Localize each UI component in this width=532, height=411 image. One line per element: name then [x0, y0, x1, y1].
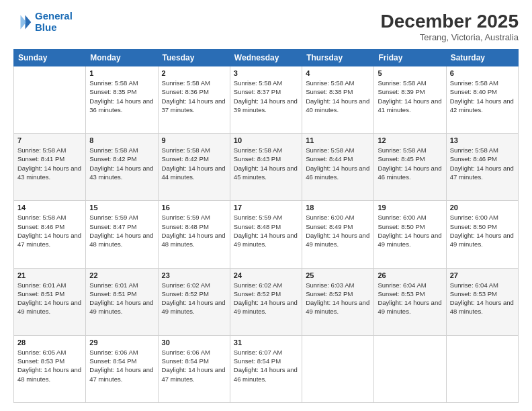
day-number: 10 [234, 136, 298, 144]
day-detail: Sunrise: 6:00 AM Sunset: 8:50 PM Dayligh… [378, 213, 442, 248]
table-row: 4Sunrise: 5:58 AM Sunset: 8:38 PM Daylig… [302, 66, 374, 134]
col-sunday: Sunday [14, 50, 86, 66]
day-number: 5 [378, 69, 442, 77]
day-detail: Sunrise: 6:01 AM Sunset: 8:51 PM Dayligh… [89, 281, 154, 316]
day-number: 7 [17, 136, 82, 144]
day-detail: Sunrise: 5:58 AM Sunset: 8:37 PM Dayligh… [234, 79, 298, 114]
logo: General Blue [13, 11, 73, 33]
col-friday: Friday [374, 50, 446, 66]
day-detail: Sunrise: 5:58 AM Sunset: 8:46 PM Dayligh… [450, 146, 515, 181]
table-row: 25Sunrise: 6:03 AM Sunset: 8:52 PM Dayli… [302, 268, 374, 335]
table-row: 22Sunrise: 6:01 AM Sunset: 8:51 PM Dayli… [86, 268, 158, 335]
calendar: Sunday Monday Tuesday Wednesday Thursday… [13, 49, 519, 403]
table-row: 2Sunrise: 5:58 AM Sunset: 8:36 PM Daylig… [158, 66, 230, 134]
day-number: 11 [306, 136, 370, 144]
day-detail: Sunrise: 5:58 AM Sunset: 8:42 PM Dayligh… [162, 146, 226, 181]
day-number: 17 [234, 203, 298, 212]
day-detail: Sunrise: 5:58 AM Sunset: 8:39 PM Dayligh… [378, 79, 442, 114]
logo-text: General Blue [35, 11, 73, 33]
table-row: 15Sunrise: 5:59 AM Sunset: 8:47 PM Dayli… [86, 201, 158, 268]
table-row: 10Sunrise: 5:58 AM Sunset: 8:43 PM Dayli… [230, 134, 302, 201]
header-row: Sunday Monday Tuesday Wednesday Thursday… [14, 50, 519, 66]
day-number: 3 [234, 69, 298, 77]
calendar-header: Sunday Monday Tuesday Wednesday Thursday… [14, 50, 519, 66]
table-row: 3Sunrise: 5:58 AM Sunset: 8:37 PM Daylig… [230, 66, 302, 134]
day-detail: Sunrise: 6:03 AM Sunset: 8:52 PM Dayligh… [306, 281, 370, 316]
calendar-week-row: 14Sunrise: 5:58 AM Sunset: 8:46 PM Dayli… [14, 201, 519, 268]
table-row: 31Sunrise: 6:07 AM Sunset: 8:54 PM Dayli… [230, 335, 302, 402]
table-row: 11Sunrise: 5:58 AM Sunset: 8:44 PM Dayli… [302, 134, 374, 201]
title-block: December 2025 Terang, Victoria, Australi… [381, 11, 519, 42]
calendar-week-row: 7Sunrise: 5:58 AM Sunset: 8:41 PM Daylig… [14, 134, 519, 201]
day-detail: Sunrise: 5:58 AM Sunset: 8:35 PM Dayligh… [89, 79, 154, 114]
day-number: 2 [162, 69, 226, 77]
col-tuesday: Tuesday [158, 50, 230, 66]
day-detail: Sunrise: 5:58 AM Sunset: 8:36 PM Dayligh… [162, 79, 226, 114]
day-number: 6 [450, 69, 515, 77]
header: General Blue December 2025 Terang, Victo… [13, 11, 519, 42]
day-detail: Sunrise: 6:06 AM Sunset: 8:54 PM Dayligh… [162, 348, 226, 383]
logo-icon [13, 13, 32, 32]
day-detail: Sunrise: 6:04 AM Sunset: 8:53 PM Dayligh… [378, 281, 442, 316]
day-detail: Sunrise: 5:58 AM Sunset: 8:46 PM Dayligh… [17, 213, 82, 248]
col-saturday: Saturday [446, 50, 518, 66]
day-number: 26 [378, 271, 442, 279]
day-detail: Sunrise: 5:58 AM Sunset: 8:43 PM Dayligh… [234, 146, 298, 181]
day-number: 23 [162, 271, 226, 279]
day-detail: Sunrise: 5:59 AM Sunset: 8:47 PM Dayligh… [89, 213, 154, 248]
table-row: 20Sunrise: 6:00 AM Sunset: 8:50 PM Dayli… [446, 201, 518, 268]
day-number: 9 [162, 136, 226, 144]
page: General Blue December 2025 Terang, Victo… [0, 0, 532, 411]
logo-line2: Blue [35, 21, 57, 33]
calendar-week-row: 1Sunrise: 5:58 AM Sunset: 8:35 PM Daylig… [14, 66, 519, 134]
table-row: 23Sunrise: 6:02 AM Sunset: 8:52 PM Dayli… [158, 268, 230, 335]
day-detail: Sunrise: 5:59 AM Sunset: 8:48 PM Dayligh… [162, 213, 226, 248]
table-row: 26Sunrise: 6:04 AM Sunset: 8:53 PM Dayli… [374, 268, 446, 335]
table-row: 6Sunrise: 5:58 AM Sunset: 8:40 PM Daylig… [446, 66, 518, 134]
day-number: 27 [450, 271, 515, 279]
table-row: 9Sunrise: 5:58 AM Sunset: 8:42 PM Daylig… [158, 134, 230, 201]
table-row: 29Sunrise: 6:06 AM Sunset: 8:54 PM Dayli… [86, 335, 158, 402]
table-row [446, 335, 518, 402]
location-subtitle: Terang, Victoria, Australia [381, 32, 519, 42]
day-number: 22 [89, 271, 154, 279]
table-row: 21Sunrise: 6:01 AM Sunset: 8:51 PM Dayli… [14, 268, 86, 335]
table-row [14, 66, 86, 134]
col-wednesday: Wednesday [230, 50, 302, 66]
table-row: 27Sunrise: 6:04 AM Sunset: 8:53 PM Dayli… [446, 268, 518, 335]
day-detail: Sunrise: 6:02 AM Sunset: 8:52 PM Dayligh… [162, 281, 226, 316]
day-number: 29 [89, 338, 154, 347]
table-row: 18Sunrise: 6:00 AM Sunset: 8:49 PM Dayli… [302, 201, 374, 268]
day-number: 24 [234, 271, 298, 279]
day-number: 20 [450, 203, 515, 212]
day-number: 18 [306, 203, 370, 212]
calendar-week-row: 28Sunrise: 6:05 AM Sunset: 8:53 PM Dayli… [14, 335, 519, 402]
day-number: 8 [89, 136, 154, 144]
month-title: December 2025 [381, 11, 519, 32]
table-row: 14Sunrise: 5:58 AM Sunset: 8:46 PM Dayli… [14, 201, 86, 268]
day-number: 19 [378, 203, 442, 212]
table-row: 5Sunrise: 5:58 AM Sunset: 8:39 PM Daylig… [374, 66, 446, 134]
day-detail: Sunrise: 5:58 AM Sunset: 8:40 PM Dayligh… [450, 79, 515, 114]
day-detail: Sunrise: 5:59 AM Sunset: 8:48 PM Dayligh… [234, 213, 298, 248]
day-detail: Sunrise: 6:01 AM Sunset: 8:51 PM Dayligh… [17, 281, 82, 316]
table-row: 7Sunrise: 5:58 AM Sunset: 8:41 PM Daylig… [14, 134, 86, 201]
table-row: 28Sunrise: 6:05 AM Sunset: 8:53 PM Dayli… [14, 335, 86, 402]
table-row: 13Sunrise: 5:58 AM Sunset: 8:46 PM Dayli… [446, 134, 518, 201]
logo-line1: General [35, 10, 73, 21]
table-row [374, 335, 446, 402]
calendar-week-row: 21Sunrise: 6:01 AM Sunset: 8:51 PM Dayli… [14, 268, 519, 335]
col-thursday: Thursday [302, 50, 374, 66]
day-number: 4 [306, 69, 370, 77]
day-number: 12 [378, 136, 442, 144]
day-detail: Sunrise: 6:07 AM Sunset: 8:54 PM Dayligh… [234, 348, 298, 383]
day-detail: Sunrise: 6:00 AM Sunset: 8:49 PM Dayligh… [306, 213, 370, 248]
table-row: 16Sunrise: 5:59 AM Sunset: 8:48 PM Dayli… [158, 201, 230, 268]
day-detail: Sunrise: 5:58 AM Sunset: 8:42 PM Dayligh… [89, 146, 154, 181]
day-number: 21 [17, 271, 82, 279]
day-number: 25 [306, 271, 370, 279]
day-detail: Sunrise: 5:58 AM Sunset: 8:45 PM Dayligh… [378, 146, 442, 181]
table-row: 12Sunrise: 5:58 AM Sunset: 8:45 PM Dayli… [374, 134, 446, 201]
day-number: 16 [162, 203, 226, 212]
day-number: 28 [17, 338, 82, 347]
